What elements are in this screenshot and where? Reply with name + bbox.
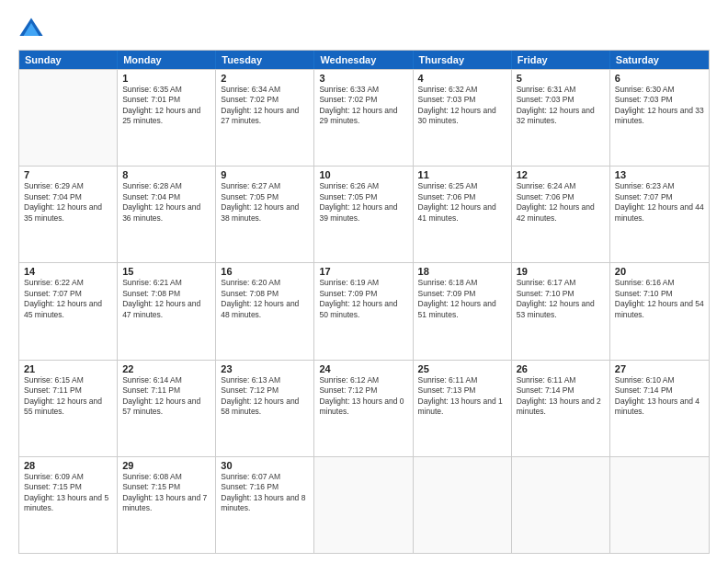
calendar-cell: 2Sunrise: 6:34 AMSunset: 7:02 PMDaylight… xyxy=(216,70,314,166)
day-info: Sunrise: 6:34 AMSunset: 7:02 PMDaylight:… xyxy=(221,85,309,127)
calendar-cell: 29Sunrise: 6:08 AMSunset: 7:15 PMDayligh… xyxy=(118,457,216,553)
day-number: 9 xyxy=(221,169,309,180)
day-number: 11 xyxy=(418,169,506,180)
day-number: 23 xyxy=(221,363,309,374)
header xyxy=(18,17,710,42)
day-info: Sunrise: 6:23 AMSunset: 7:07 PMDaylight:… xyxy=(615,181,704,224)
day-info: Sunrise: 6:33 AMSunset: 7:02 PMDaylight:… xyxy=(319,85,407,127)
day-number: 16 xyxy=(221,266,309,277)
day-info: Sunrise: 6:11 AMSunset: 7:14 PMDaylight:… xyxy=(517,375,605,418)
day-info: Sunrise: 6:07 AMSunset: 7:16 PMDaylight:… xyxy=(221,472,309,514)
header-cell-friday: Friday xyxy=(512,51,610,69)
day-info: Sunrise: 6:08 AMSunset: 7:15 PMDaylight:… xyxy=(122,472,210,514)
calendar-cell: 14Sunrise: 6:22 AMSunset: 7:07 PMDayligh… xyxy=(19,263,118,359)
header-cell-tuesday: Tuesday xyxy=(216,51,314,69)
calendar-row-2: 14Sunrise: 6:22 AMSunset: 7:07 PMDayligh… xyxy=(19,262,709,359)
header-cell-saturday: Saturday xyxy=(610,51,709,69)
day-info: Sunrise: 6:21 AMSunset: 7:08 PMDaylight:… xyxy=(122,278,210,320)
calendar-cell: 21Sunrise: 6:15 AMSunset: 7:11 PMDayligh… xyxy=(19,361,118,456)
calendar-cell: 3Sunrise: 6:33 AMSunset: 7:02 PMDaylight… xyxy=(314,70,413,166)
day-info: Sunrise: 6:24 AMSunset: 7:06 PMDaylight:… xyxy=(517,181,605,224)
calendar-cell: 25Sunrise: 6:11 AMSunset: 7:13 PMDayligh… xyxy=(414,361,512,456)
calendar-cell: 7Sunrise: 6:29 AMSunset: 7:04 PMDaylight… xyxy=(19,167,118,262)
day-number: 27 xyxy=(615,363,704,374)
calendar-cell: 11Sunrise: 6:25 AMSunset: 7:06 PMDayligh… xyxy=(414,167,512,262)
calendar-cell: 30Sunrise: 6:07 AMSunset: 7:16 PMDayligh… xyxy=(216,457,314,553)
day-info: Sunrise: 6:16 AMSunset: 7:10 PMDaylight:… xyxy=(615,278,704,320)
day-number: 17 xyxy=(319,266,407,277)
calendar-cell: 18Sunrise: 6:18 AMSunset: 7:09 PMDayligh… xyxy=(414,263,512,359)
calendar-cell: 19Sunrise: 6:17 AMSunset: 7:10 PMDayligh… xyxy=(512,263,610,359)
day-number: 15 xyxy=(122,266,210,277)
calendar-cell xyxy=(314,457,413,553)
calendar-cell: 5Sunrise: 6:31 AMSunset: 7:03 PMDaylight… xyxy=(512,70,610,166)
day-number: 22 xyxy=(122,363,210,374)
header-cell-monday: Monday xyxy=(118,51,216,69)
logo-icon xyxy=(18,17,44,42)
day-info: Sunrise: 6:28 AMSunset: 7:04 PMDaylight:… xyxy=(122,181,210,224)
day-info: Sunrise: 6:12 AMSunset: 7:12 PMDaylight:… xyxy=(319,375,407,418)
calendar-row-0: 1Sunrise: 6:35 AMSunset: 7:01 PMDaylight… xyxy=(19,69,709,166)
calendar-row-3: 21Sunrise: 6:15 AMSunset: 7:11 PMDayligh… xyxy=(19,360,709,456)
calendar-cell: 16Sunrise: 6:20 AMSunset: 7:08 PMDayligh… xyxy=(216,263,314,359)
calendar-cell: 4Sunrise: 6:32 AMSunset: 7:03 PMDaylight… xyxy=(414,70,512,166)
day-number: 12 xyxy=(517,169,605,180)
day-number: 18 xyxy=(418,266,506,277)
day-number: 21 xyxy=(24,363,112,374)
day-info: Sunrise: 6:18 AMSunset: 7:09 PMDaylight:… xyxy=(418,278,506,320)
day-number: 25 xyxy=(418,363,506,374)
day-info: Sunrise: 6:20 AMSunset: 7:08 PMDaylight:… xyxy=(221,278,309,320)
header-cell-sunday: Sunday xyxy=(19,51,118,69)
calendar-cell xyxy=(512,457,610,553)
day-number: 1 xyxy=(122,73,210,84)
day-number: 4 xyxy=(418,73,506,84)
day-info: Sunrise: 6:30 AMSunset: 7:03 PMDaylight:… xyxy=(615,85,704,127)
day-number: 24 xyxy=(319,363,407,374)
header-cell-wednesday: Wednesday xyxy=(314,51,413,69)
calendar-cell: 17Sunrise: 6:19 AMSunset: 7:09 PMDayligh… xyxy=(314,263,413,359)
day-number: 13 xyxy=(615,169,704,180)
day-number: 5 xyxy=(517,73,605,84)
day-number: 20 xyxy=(615,266,704,277)
day-info: Sunrise: 6:15 AMSunset: 7:11 PMDaylight:… xyxy=(24,375,112,418)
header-cell-thursday: Thursday xyxy=(414,51,512,69)
day-number: 30 xyxy=(221,460,309,471)
day-info: Sunrise: 6:11 AMSunset: 7:13 PMDaylight:… xyxy=(418,375,506,418)
calendar-cell: 10Sunrise: 6:26 AMSunset: 7:05 PMDayligh… xyxy=(314,167,413,262)
calendar-cell: 15Sunrise: 6:21 AMSunset: 7:08 PMDayligh… xyxy=(118,263,216,359)
day-info: Sunrise: 6:14 AMSunset: 7:11 PMDaylight:… xyxy=(122,375,210,418)
calendar-cell: 20Sunrise: 6:16 AMSunset: 7:10 PMDayligh… xyxy=(610,263,709,359)
day-number: 2 xyxy=(221,73,309,84)
calendar-cell: 22Sunrise: 6:14 AMSunset: 7:11 PMDayligh… xyxy=(118,361,216,456)
logo xyxy=(18,17,48,42)
calendar: SundayMondayTuesdayWednesdayThursdayFrid… xyxy=(18,50,710,554)
day-number: 29 xyxy=(122,460,210,471)
calendar-cell: 13Sunrise: 6:23 AMSunset: 7:07 PMDayligh… xyxy=(610,167,709,262)
calendar-row-1: 7Sunrise: 6:29 AMSunset: 7:04 PMDaylight… xyxy=(19,166,709,262)
day-number: 3 xyxy=(319,73,407,84)
day-info: Sunrise: 6:31 AMSunset: 7:03 PMDaylight:… xyxy=(517,85,605,127)
day-info: Sunrise: 6:32 AMSunset: 7:03 PMDaylight:… xyxy=(418,85,506,127)
day-number: 26 xyxy=(517,363,605,374)
calendar-cell: 6Sunrise: 6:30 AMSunset: 7:03 PMDaylight… xyxy=(610,70,709,166)
calendar-cell: 23Sunrise: 6:13 AMSunset: 7:12 PMDayligh… xyxy=(216,361,314,456)
calendar-row-4: 28Sunrise: 6:09 AMSunset: 7:15 PMDayligh… xyxy=(19,456,709,553)
day-number: 7 xyxy=(24,169,112,180)
day-number: 6 xyxy=(615,73,704,84)
calendar-cell xyxy=(414,457,512,553)
calendar-cell: 27Sunrise: 6:10 AMSunset: 7:14 PMDayligh… xyxy=(610,361,709,456)
day-info: Sunrise: 6:22 AMSunset: 7:07 PMDaylight:… xyxy=(24,278,112,320)
day-number: 28 xyxy=(24,460,112,471)
calendar-cell: 24Sunrise: 6:12 AMSunset: 7:12 PMDayligh… xyxy=(314,361,413,456)
day-number: 8 xyxy=(122,169,210,180)
day-info: Sunrise: 6:27 AMSunset: 7:05 PMDaylight:… xyxy=(221,181,309,224)
day-info: Sunrise: 6:25 AMSunset: 7:06 PMDaylight:… xyxy=(418,181,506,224)
day-info: Sunrise: 6:29 AMSunset: 7:04 PMDaylight:… xyxy=(24,181,112,224)
day-info: Sunrise: 6:10 AMSunset: 7:14 PMDaylight:… xyxy=(615,375,704,418)
page: SundayMondayTuesdayWednesdayThursdayFrid… xyxy=(0,0,728,563)
calendar-cell: 1Sunrise: 6:35 AMSunset: 7:01 PMDaylight… xyxy=(118,70,216,166)
calendar-cell: 26Sunrise: 6:11 AMSunset: 7:14 PMDayligh… xyxy=(512,361,610,456)
calendar-cell: 8Sunrise: 6:28 AMSunset: 7:04 PMDaylight… xyxy=(118,167,216,262)
day-info: Sunrise: 6:19 AMSunset: 7:09 PMDaylight:… xyxy=(319,278,407,320)
calendar-body: 1Sunrise: 6:35 AMSunset: 7:01 PMDaylight… xyxy=(19,69,709,553)
